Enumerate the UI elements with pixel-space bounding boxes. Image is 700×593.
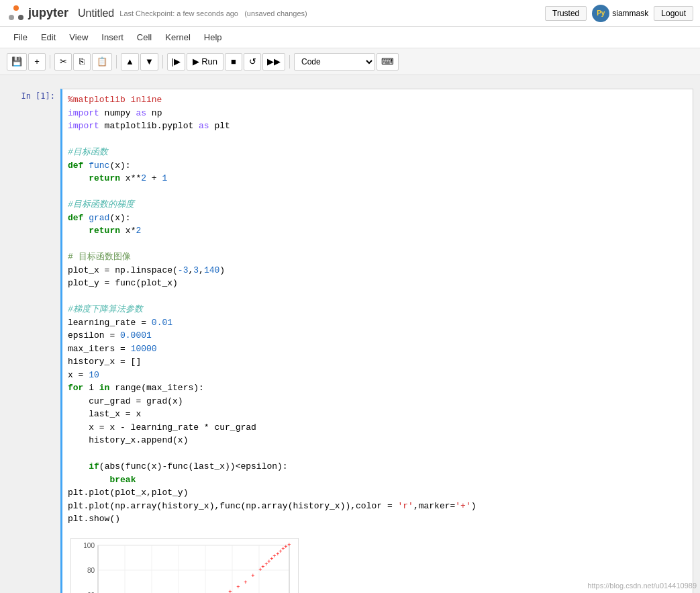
svg-text:+: + [287,541,291,548]
kw-for: for [68,383,83,393]
kw-in: in [99,383,110,393]
svg-point-0 [13,5,19,11]
menubar: File Edit View Insert Cell Kernel Help [0,27,700,48]
chart-svg: 100 80 60 40 20 0 −2 0 2 [70,538,299,594]
menu-kernel[interactable]: Kernel [158,30,197,45]
add-cell-button[interactable]: + [28,53,46,71]
save-button[interactable]: 💾 [7,53,27,71]
kw-import1: import [68,108,99,118]
str-r: 'r' [397,501,413,511]
move-up-button[interactable]: ▲ [121,53,139,71]
menu-help[interactable]: Help [197,30,229,45]
kw-as2: as [199,121,209,131]
cell-input[interactable]: %matplotlib inline import numpy as np im… [60,89,693,593]
notebook-area: In [1]: %matplotlib inline import numpy … [0,75,700,593]
python-icon: Py [592,5,609,22]
toolbar-sep-1 [50,55,50,69]
user-info: Py siammask [592,5,648,22]
num-n3: -3 [178,265,189,275]
cell-type-select[interactable]: Code Markdown Raw NBConvert Heading [294,53,375,71]
run-button[interactable]: ▶Run [187,53,223,71]
num-eps: 0.0001 [120,330,152,340]
logout-button[interactable]: Logout [654,6,693,21]
menu-edit[interactable]: Edit [34,30,62,45]
menu-view[interactable]: View [62,30,95,45]
fast-forward-button[interactable]: |▶ [167,53,185,71]
comment-3: # 目标函数图像 [68,252,131,262]
toolbar-sep-2 [116,55,117,69]
toolbar: 💾 + ✂ ⎘ 📋 ▲ ▼ |▶ ▶Run ■ ↺ ▶▶ Code Markdo… [0,48,700,75]
keyboard-shortcuts-button[interactable]: ⌨ [377,53,399,71]
str-plus: '+' [455,501,470,511]
checkpoint-info: Last Checkpoint: a few seconds ago (unsa… [119,9,307,17]
kw-import2: import [68,121,99,131]
restart-run-button[interactable]: ▶▶ [262,53,285,71]
cell-1: In [1]: %matplotlib inline import numpy … [7,89,693,593]
kw-def1: def [68,161,83,171]
svg-text:+: + [258,566,262,573]
topbar: jupyter Untitled Last Checkpoint: a few … [0,0,700,27]
comment-2: #目标函数的梯度 [68,199,134,210]
plot-output: 100 80 60 40 20 0 −2 0 2 [68,535,687,594]
num-maxiters: 10000 [131,344,157,354]
jupyter-logo-icon [7,4,26,23]
comment-1: #目标函数 [68,147,108,157]
cell-output: 100 80 60 40 20 0 −2 0 2 [62,530,693,594]
num-2b: 2 [136,226,141,236]
menu-file[interactable]: File [7,30,34,45]
cut-button[interactable]: ✂ [54,53,72,71]
fn-grad: grad [89,213,109,223]
comment-4: #梯度下降算法参数 [68,304,143,314]
cell-prompt: In [1]: [7,89,60,593]
notebook-title: Untitled [78,7,114,19]
paste-button[interactable]: 📋 [92,53,112,71]
num-x0: 10 [89,370,99,380]
svg-text:100: 100 [83,542,95,549]
username: siammask [612,9,648,18]
kw-return2: return [89,226,120,236]
svg-text:+: + [251,572,254,579]
num-1a: 1 [162,173,167,183]
move-down-button[interactable]: ▼ [140,53,158,71]
svg-text:+: + [276,551,279,557]
num-140: 140 [204,265,219,275]
topbar-right: Trusted Py siammask Logout [545,5,693,22]
menu-insert[interactable]: Insert [95,30,130,45]
restart-button[interactable]: ↺ [244,53,261,71]
svg-text:80: 80 [87,567,95,574]
interrupt-button[interactable]: ■ [225,53,242,71]
svg-text:+: + [244,579,247,586]
jupyter-text: jupyter [28,6,68,20]
toolbar-sep-3 [162,55,163,69]
svg-text:+: + [264,561,268,567]
kw-def2: def [68,213,83,223]
kw-break: break [109,475,136,485]
svg-point-1 [9,15,14,20]
kw-return1: return [89,173,120,183]
kw-if: if [89,461,99,471]
num-2: 2 [141,173,146,183]
magic-cmd: %matplotlib inline [68,95,162,105]
svg-text:+: + [236,584,240,590]
num-lr: 0.01 [152,318,172,328]
fn-func: func [89,161,109,171]
code-editor[interactable]: %matplotlib inline import numpy as np im… [62,89,693,530]
num-3: 3 [193,265,199,275]
kw-as1: as [136,108,146,118]
toolbar-sep-4 [289,55,290,69]
copy-button[interactable]: ⎘ [73,53,91,71]
trusted-button[interactable]: Trusted [545,6,587,21]
menu-cell[interactable]: Cell [130,30,158,45]
jupyter-logo: jupyter [7,4,68,23]
svg-text:+: + [228,588,232,594]
svg-point-2 [18,15,23,20]
